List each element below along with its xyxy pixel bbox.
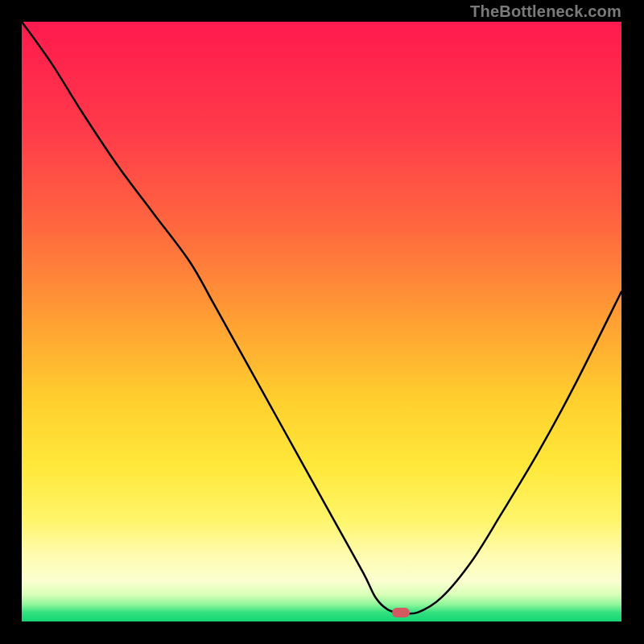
- optimal-point-marker: [392, 608, 410, 617]
- plot-area: [22, 22, 621, 621]
- background-gradient: [22, 22, 621, 621]
- chart-frame: TheBottleneck.com: [0, 0, 644, 644]
- svg-rect-0: [22, 22, 621, 621]
- watermark-text: TheBottleneck.com: [470, 2, 621, 21]
